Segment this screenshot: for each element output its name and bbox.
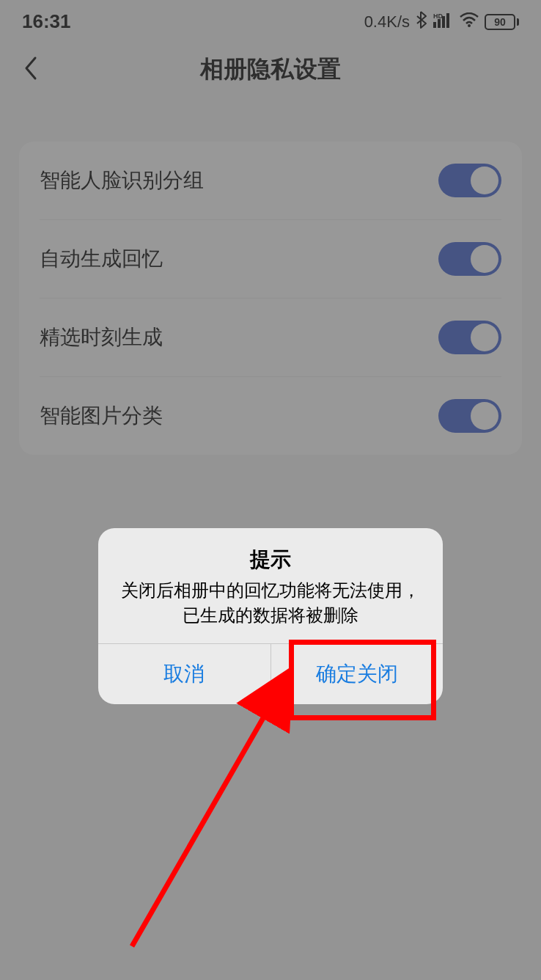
confirm-close-button[interactable]: 确定关闭	[271, 644, 444, 704]
dialog-buttons: 取消 确定关闭	[98, 643, 443, 704]
confirm-dialog: 提示 关闭后相册中的回忆功能将无法使用，已生成的数据将被删除 取消 确定关闭	[98, 528, 443, 704]
dialog-title: 提示	[98, 528, 443, 578]
dialog-overlay: 提示 关闭后相册中的回忆功能将无法使用，已生成的数据将被删除 取消 确定关闭	[0, 0, 541, 980]
cancel-button[interactable]: 取消	[98, 644, 271, 704]
dialog-message: 关闭后相册中的回忆功能将无法使用，已生成的数据将被删除	[98, 578, 443, 643]
